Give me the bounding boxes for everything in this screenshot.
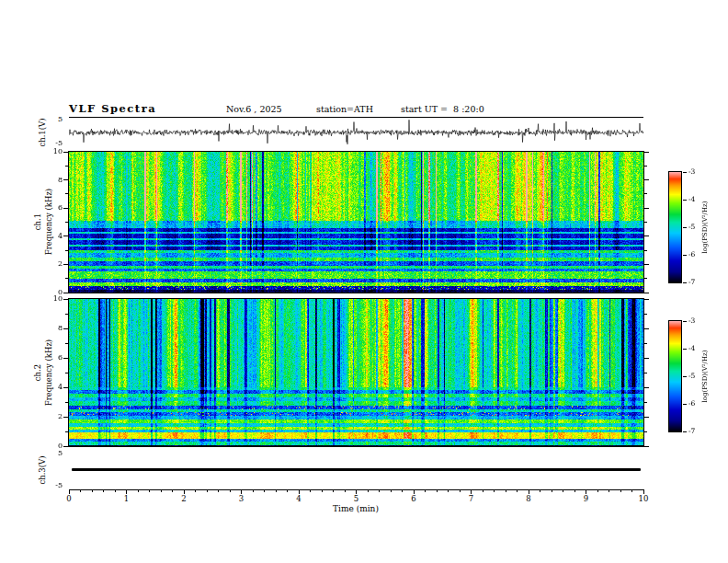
x-minor-tick [195, 490, 196, 492]
y-minor-tick [644, 278, 647, 279]
x-minor-tick [253, 490, 254, 492]
y-minor-tick [65, 222, 68, 223]
x-minor-tick [310, 490, 311, 492]
x-tick-label: 0 [60, 495, 78, 503]
x-minor-tick [218, 490, 219, 492]
y-tick-label: 5 [46, 116, 63, 123]
y-tick [63, 417, 68, 418]
x-tick-label: 7 [462, 495, 481, 503]
y-minor-tick [644, 431, 647, 432]
x-minor-tick [597, 490, 598, 492]
y-tick-label: 2 [46, 260, 63, 268]
x-minor-tick [631, 490, 632, 492]
x-minor-tick [552, 490, 552, 492]
x-minor-tick [345, 490, 346, 492]
y-minor-tick [644, 193, 647, 194]
colorbar-tick [683, 172, 687, 173]
y-tick [644, 358, 649, 359]
y-tick [63, 328, 68, 329]
y-tick [63, 152, 68, 153]
colorbar-tick-label: -5 [688, 224, 703, 231]
colorbar-tick [683, 431, 687, 432]
header-rule [69, 117, 643, 118]
y-tick-label: 8 [46, 325, 63, 332]
y-minor-tick [65, 193, 68, 194]
x-minor-tick [138, 490, 139, 492]
y-tick [63, 387, 68, 388]
colorbar-tick-label: -7 [688, 279, 703, 286]
y-minor-tick [644, 343, 647, 344]
y-tick [644, 208, 649, 209]
x-minor-tick [92, 490, 93, 492]
y-minor-tick [65, 373, 68, 373]
y-minor-tick [644, 314, 647, 315]
y-minor-tick [65, 166, 68, 167]
ch3-voltage-axis-label: ch.3(V) [39, 455, 47, 484]
y-tick [644, 446, 649, 447]
y-tick-label: 6 [46, 204, 63, 212]
x-minor-tick [620, 490, 621, 492]
y-tick-label: -5 [46, 140, 63, 147]
y-minor-tick [65, 250, 68, 251]
x-minor-tick [322, 490, 323, 492]
colorbar-tick-label: -6 [688, 251, 703, 259]
y-tick [63, 293, 68, 293]
x-minor-tick [207, 490, 208, 492]
colorbar-tick [683, 282, 687, 283]
ch1-spec-frequency-label: Frequency (kHz) [45, 189, 53, 255]
y-tick [644, 152, 649, 153]
x-minor-tick [609, 490, 609, 492]
x-minor-tick [264, 490, 265, 492]
y-tick [644, 264, 649, 265]
colorbar-tick [683, 349, 687, 350]
ch3-flat-trace [72, 468, 641, 471]
x-minor-tick [161, 490, 162, 492]
x-tick-label: 10 [634, 495, 653, 503]
x-minor-tick [149, 490, 150, 492]
x-minor-tick [402, 490, 403, 492]
colorbar-tick-label: -7 [688, 428, 703, 435]
x-minor-tick [506, 490, 506, 492]
y-tick-label: 6 [46, 354, 63, 362]
x-tick-label: 6 [404, 495, 423, 503]
y-minor-tick [65, 278, 68, 279]
vlf-spectra-figure: VLF Spectra Nov.6 , 2025 station=ATH sta… [0, 0, 728, 563]
x-minor-tick [379, 490, 380, 492]
y-tick-label: 5 [46, 450, 63, 457]
colorbar-tick [683, 376, 687, 377]
y-minor-tick [644, 166, 647, 167]
y-tick-label: 10 [46, 295, 63, 303]
x-minor-tick [368, 490, 369, 492]
figure-date: Nov.6 , 2025 [226, 105, 282, 114]
x-minor-tick [80, 490, 81, 492]
x-minor-tick [517, 490, 518, 492]
y-tick-label: 4 [46, 233, 63, 240]
x-minor-tick [483, 490, 483, 492]
y-tick-label: 10 [46, 148, 63, 155]
y-minor-tick [65, 343, 68, 344]
y-tick-label: 4 [46, 384, 63, 391]
x-minor-tick [276, 490, 277, 492]
y-minor-tick [65, 314, 68, 315]
x-minor-tick [437, 490, 438, 492]
figure-start-ut: start UT = 8 :20:0 [401, 105, 484, 114]
colorbar-tick [683, 255, 687, 256]
x-minor-tick [230, 490, 231, 492]
x-minor-tick [574, 490, 575, 492]
x-minor-tick [172, 490, 173, 492]
y-tick [644, 387, 649, 388]
y-tick [63, 299, 68, 300]
colorbar-tick-label: -3 [688, 168, 703, 176]
y-minor-tick [644, 373, 647, 373]
x-tick-label: 4 [290, 495, 308, 503]
y-tick [63, 358, 68, 359]
y-tick-label: 2 [46, 413, 63, 420]
x-axis-line [69, 489, 644, 490]
colorbar-ch2 [669, 321, 681, 431]
x-minor-tick [460, 490, 461, 492]
x-minor-tick [115, 490, 116, 492]
colorbar-ch1 [669, 172, 681, 282]
ch1-spectrogram [69, 152, 643, 293]
ch2-spec-frequency-label: Frequency (kHz) [45, 339, 53, 406]
y-tick [63, 236, 68, 236]
